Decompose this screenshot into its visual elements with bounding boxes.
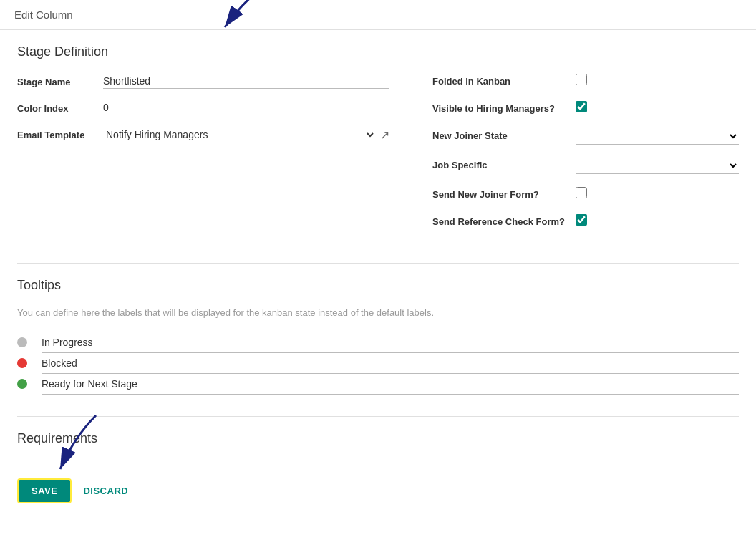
job-specific-row: Job Specific: [432, 158, 739, 174]
email-template-value: Notify Hiring Managers ↗: [103, 127, 389, 143]
send-reference-check-form-row: Send Reference Check Form?: [432, 214, 739, 228]
tooltips-title: Tooltips: [17, 278, 739, 293]
tooltips-desc: You can define here the labels that will…: [17, 307, 739, 318]
visible-hiring-managers-row: Visible to Hiring Managers?: [432, 101, 739, 115]
stage-definition-section: Stage Name Color Index Email Template No…: [17, 74, 739, 241]
job-specific-label: Job Specific: [432, 158, 576, 172]
job-specific-select-wrapper: [576, 158, 739, 174]
stage-definition-title: Stage Definition: [17, 44, 739, 59]
stage-name-label: Stage Name: [17, 74, 103, 87]
requirements-title: Requirements: [17, 431, 739, 446]
section-divider-2: [17, 416, 739, 417]
folded-in-kanban-row: Folded in Kanban: [432, 74, 739, 88]
right-column: Folded in Kanban Visible to Hiring Manag…: [432, 74, 739, 241]
tooltip-input-inprogress[interactable]: [42, 332, 739, 353]
send-new-joiner-form-checkbox[interactable]: [576, 187, 587, 198]
folded-in-kanban-checkbox[interactable]: [576, 74, 587, 85]
color-index-label: Color Index: [17, 100, 103, 114]
requirements-section: Requirements: [17, 431, 739, 446]
send-new-joiner-form-label: Send New Joiner Form?: [432, 187, 576, 201]
color-index-value: [103, 100, 389, 115]
tooltip-input-blocked[interactable]: [42, 353, 739, 374]
section-divider-1: [17, 263, 739, 264]
dot-red: [17, 358, 27, 368]
send-new-joiner-form-checkbox-wrapper: [576, 187, 587, 198]
visible-hiring-managers-checkbox[interactable]: [576, 101, 587, 112]
color-index-input[interactable]: [103, 100, 389, 115]
stage-name-value: [103, 74, 389, 89]
page-header: Edit Column: [0, 0, 756, 30]
send-reference-check-form-label: Send Reference Check Form?: [432, 214, 576, 228]
dot-gray: [17, 337, 27, 347]
stage-name-input[interactable]: [103, 74, 389, 89]
left-column: Stage Name Color Index Email Template No…: [17, 74, 389, 241]
stage-name-row: Stage Name: [17, 74, 389, 89]
discard-button[interactable]: DISCARD: [83, 486, 128, 496]
folded-in-kanban-label: Folded in Kanban: [432, 74, 576, 88]
new-joiner-state-row: New Joiner State: [432, 128, 739, 145]
tooltip-row-inprogress: [17, 332, 739, 353]
new-joiner-state-label: New Joiner State: [432, 128, 576, 143]
email-template-select-wrapper: Notify Hiring Managers ↗: [103, 127, 389, 143]
new-joiner-state-select[interactable]: [576, 128, 739, 145]
tooltip-row-readynextstage: [17, 374, 739, 395]
send-reference-check-form-checkbox-wrapper: [576, 214, 587, 226]
folded-in-kanban-checkbox-wrapper: [576, 74, 587, 85]
page-title: Edit Column: [14, 9, 73, 21]
email-template-row: Email Template Notify Hiring Managers ↗: [17, 127, 389, 143]
external-link-icon[interactable]: ↗: [380, 128, 389, 142]
email-template-label: Email Template: [17, 127, 103, 140]
send-new-joiner-form-row: Send New Joiner Form?: [432, 187, 739, 201]
visible-hiring-managers-label: Visible to Hiring Managers?: [432, 101, 576, 115]
bottom-divider: [17, 461, 739, 461]
email-template-select[interactable]: Notify Hiring Managers: [103, 127, 376, 143]
send-reference-check-form-checkbox[interactable]: [576, 214, 587, 226]
dot-green: [17, 379, 27, 389]
job-specific-select[interactable]: [576, 158, 739, 174]
tooltip-row-blocked: [17, 353, 739, 374]
tooltips-section: Tooltips You can define here the labels …: [17, 278, 739, 395]
tooltip-input-readynextstage[interactable]: [42, 374, 739, 395]
save-button[interactable]: SAVE: [17, 478, 72, 503]
new-joiner-state-select-wrapper: [576, 128, 739, 145]
action-bar: SAVE DISCARD: [17, 473, 739, 509]
color-index-row: Color Index: [17, 100, 389, 115]
visible-hiring-managers-checkbox-wrapper: [576, 101, 587, 112]
